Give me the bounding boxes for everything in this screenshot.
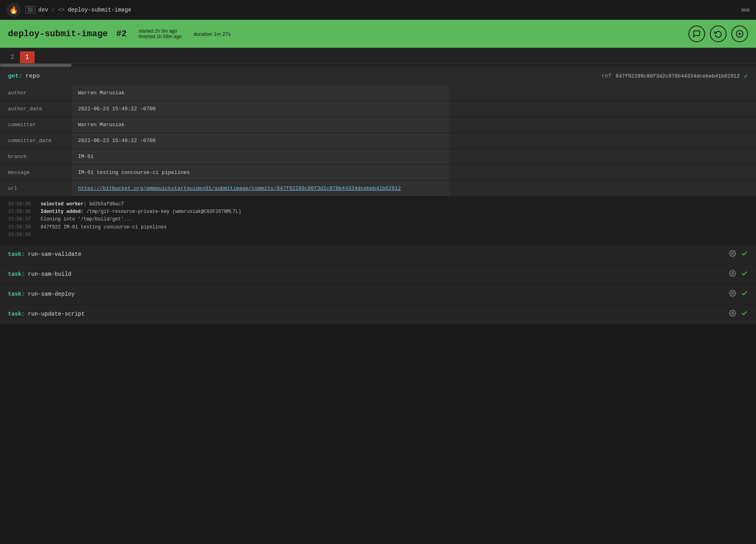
log-time: 15:50:37 [8,216,36,223]
svg-point-3 [732,253,734,255]
metadata-row-committer_date: committer_date2022-06-23 15:49:22 -0700 [0,133,756,149]
log-line: 15:50:39847f922 IM-61 testing concourse-… [8,224,748,231]
team-icon: ⬛ [25,6,35,14]
task-label: task: [8,251,25,257]
metadata-row-author_date: author_date2022-06-23 15:49:22 -0700 [0,101,756,117]
task-name: run-update-script [28,311,85,317]
gear-icon[interactable] [729,290,736,299]
get-resource: repo [25,73,40,80]
build-title: deploy-submit-image #2 [8,29,127,39]
metadata-val-url[interactable]: https://bitbucket.org/pmmquickstartguide… [72,181,450,196]
scroll-indicator[interactable] [0,64,756,67]
log-time: 15:50:39 [8,231,36,239]
build-header: deploy-submit-image #2 started 2h 0m ago… [0,20,756,48]
metadata-row-url: urlhttps://bitbucket.org/pmmquickstartgu… [0,181,756,197]
ref-label: ref [602,73,612,79]
task-row-run-sam-validate[interactable]: task:run-sam-validate [0,245,756,265]
log-line: 15:50:35selected worker: bd2b5afd0ac7 [8,201,748,208]
metadata-val-committer: Warren Marusiak [72,117,450,133]
get-section: get: repo ref 847f92289c80f3d2c878b44334… [0,67,756,245]
gear-icon[interactable] [729,250,736,259]
build-duration: duration 1m 27s [194,31,231,37]
log-line: 15:50:36Identity added: /tmp/git-resourc… [8,208,748,216]
metadata-key-committer: committer [0,117,72,133]
get-label: get: [8,73,22,80]
tab-build-2[interactable]: 2 [5,51,20,63]
pipeline-name[interactable]: deploy-submit-image [68,7,131,13]
add-button[interactable] [731,25,748,42]
get-header: get: repo ref 847f92289c80f3d2c878b44334… [0,67,756,85]
log-section: 15:50:35selected worker: bd2b5afd0ac715:… [0,197,756,244]
user-label: test [741,7,750,13]
get-ref: ref 847f92289c80f3d2c878b44334dcebeb41b6… [602,72,748,80]
log-text: Cloning into '/tmp/build/get'... [41,216,132,223]
log-text: Identity added: /tmp/git-resource-privat… [41,208,241,216]
metadata-key-branch: branch [0,149,72,164]
task-row-run-sam-build[interactable]: task:run-sam-build [0,265,756,285]
metadata-val-branch: IM-61 [72,149,450,164]
task-name: run-sam-build [28,271,71,277]
gear-icon[interactable] [729,270,736,279]
log-line: 15:50:39 [8,231,748,239]
task-check-icon [741,310,748,319]
task-actions [729,310,748,319]
log-text: 847f922 IM-61 testing concourse-ci pipel… [41,224,167,231]
log-text: selected worker: bd2b5afd0ac7 [41,201,124,208]
task-actions [729,250,748,259]
team-name[interactable]: dev [38,7,48,13]
comment-button[interactable] [688,25,705,42]
metadata-key-author_date: author_date [0,101,72,117]
metadata-val-message: IM-61 testing concourse-ci pipelines [72,165,450,180]
scroll-thumb[interactable] [0,64,72,67]
svg-point-4 [732,273,734,275]
metadata-row-branch: branchIM-61 [0,149,756,165]
rerun-button[interactable] [710,25,727,42]
top-nav: 🔥 ⬛ dev / <> deploy-submit-image test [0,0,756,20]
pipeline-icon: <> [58,7,65,13]
tab-build-1[interactable]: 1 [20,51,35,63]
metadata-key-url: url [0,181,72,196]
task-check-icon [741,290,748,299]
log-time: 15:50:36 [8,208,36,216]
metadata-key-message: message [0,165,72,180]
task-row-run-update-script[interactable]: task:run-update-script [0,304,756,324]
task-name: run-sam-validate [28,251,81,257]
task-actions [729,270,748,279]
metadata-val-author: Warren Marusiak [72,85,450,101]
metadata-val-author_date: 2022-06-23 15:49:22 -0700 [72,101,450,117]
log-line: 15:50:37Cloning into '/tmp/build/get'... [8,216,748,223]
gear-icon[interactable] [729,310,736,319]
breadcrumb: ⬛ dev / <> deploy-submit-image [25,6,131,14]
build-times: started 2h 0m ago finished 1h 59m ago [138,28,181,39]
metadata-key-author: author [0,85,72,101]
metadata-row-message: messageIM-61 testing concourse-ci pipeli… [0,165,756,181]
task-label: task: [8,311,25,317]
log-time: 15:50:35 [8,201,36,208]
build-tabs: 2 1 [0,48,756,64]
metadata-key-committer_date: committer_date [0,133,72,148]
metadata-section: authorWarren Marusiakauthor_date2022-06-… [0,85,756,197]
svg-point-6 [732,312,734,314]
svg-point-5 [732,292,734,294]
task-label: task: [8,291,25,297]
tasks-section: task:run-sam-validate task:run-sam-build… [0,245,756,324]
log-time: 15:50:39 [8,224,36,231]
task-row-run-sam-deploy[interactable]: task:run-sam-deploy [0,285,756,304]
header-actions [688,25,748,42]
task-label: task: [8,271,25,277]
metadata-row-committer: committerWarren Marusiak [0,117,756,133]
task-check-icon [741,250,748,259]
metadata-val-committer_date: 2022-06-23 15:49:22 -0700 [72,133,450,148]
sep1: / [51,7,55,13]
task-actions [729,290,748,299]
metadata-row-author: authorWarren Marusiak [0,85,756,101]
logo-icon[interactable]: 🔥 [6,3,21,17]
ref-hash: 847f92289c80f3d2c878b44334dcebeb41b62912 [616,73,740,79]
success-check-icon: ✓ [744,72,748,80]
task-check-icon [741,270,748,279]
task-name: run-sam-deploy [28,291,75,297]
